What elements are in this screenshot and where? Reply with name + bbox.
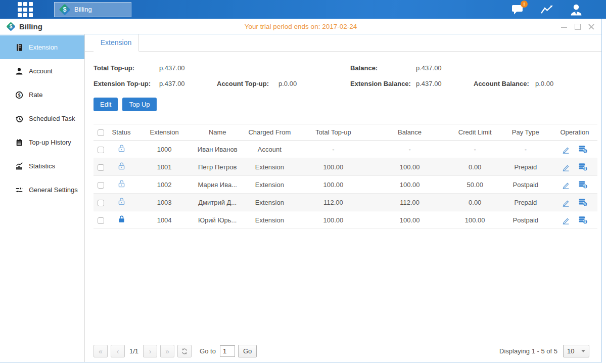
main-panel: Extension Total Top-up: p.437.00 Extensi… (85, 34, 601, 362)
sidebar-item-label: Top-up History (29, 139, 71, 146)
topup-icon[interactable]: $ (578, 180, 588, 189)
billing-diamond-icon: $ (6, 22, 16, 31)
sidebar-item-label: Extension (29, 43, 58, 51)
charged-from-cell: Extension (241, 211, 298, 229)
topup-icon[interactable]: $ (578, 216, 588, 224)
total-topup-label: Total Top-up: (94, 64, 159, 72)
topup-icon[interactable]: $ (578, 198, 588, 207)
edit-icon[interactable] (562, 216, 570, 224)
row-checkbox[interactable] (98, 164, 104, 171)
account-balance-label: Account Balance: (474, 80, 535, 87)
extension-cell: 1003 (135, 194, 194, 211)
name-cell: Мария Ива... (194, 176, 241, 194)
status-lock-icon[interactable] (117, 144, 126, 153)
prev-page-button[interactable]: ‹ (111, 345, 125, 357)
next-page-button[interactable]: › (143, 345, 157, 357)
chart-icon[interactable] (539, 4, 554, 16)
table-row: 1000 Иван Иванов Account - - - - (94, 141, 597, 158)
row-checkbox[interactable] (98, 147, 104, 153)
sidebar-item-general-settings[interactable]: General Settings (0, 178, 84, 202)
page-size-value: 10 (567, 347, 574, 355)
status-lock-icon[interactable] (117, 162, 126, 170)
sidebar-item-account[interactable]: Account (0, 59, 84, 83)
charged-from-cell: Extension (241, 194, 298, 211)
row-checkbox[interactable] (98, 182, 104, 189)
charged-from-cell: Extension (241, 158, 298, 176)
topup-icon[interactable]: $ (578, 145, 588, 154)
tab-extension[interactable]: Extension (94, 34, 139, 52)
col-total-topup: Total Top-up (298, 124, 368, 141)
extension-balance-value: p.437.00 (416, 80, 474, 87)
refresh-button[interactable] (177, 345, 192, 357)
account-balance-value: p.0.00 (535, 80, 553, 87)
col-charged-from: Charged From (241, 124, 298, 141)
sidebar-item-label: Rate (29, 91, 42, 99)
total-topup-cell: 112.00 (298, 194, 368, 211)
col-pay-type: Pay Type (499, 124, 552, 141)
credit-limit-cell: - (451, 141, 499, 158)
trial-message: Your trial period ends on: 2017-02-24 (245, 23, 357, 30)
person-icon (15, 67, 23, 75)
extension-table: Status Extension Name Charged From Total… (94, 124, 597, 229)
sidebar-item-statistics[interactable]: Statistics (0, 154, 84, 178)
close-button[interactable] (588, 24, 594, 30)
goto-page-input[interactable] (220, 345, 235, 357)
topup-button[interactable]: Top Up (122, 98, 156, 111)
edit-icon[interactable] (562, 198, 570, 207)
total-topup-value: p.437.00 (159, 64, 217, 72)
sidebar-item-label: Scheduled Task (29, 115, 75, 122)
balance-cell: 100.00 (369, 176, 451, 194)
sidebar-item-topup-history[interactable]: Top-up History (0, 130, 84, 154)
topup-icon[interactable]: $ (578, 163, 588, 171)
balance-cell: 100.00 (369, 211, 451, 229)
charged-from-cell: Account (241, 141, 298, 158)
select-all-checkbox[interactable] (98, 129, 104, 136)
app-tab-billing[interactable]: $ Billing (54, 2, 131, 17)
extension-cell: 1001 (135, 158, 194, 176)
displaying-text: Displaying 1 - 5 of 5 (499, 347, 557, 355)
table-header-row: Status Extension Name Charged From Total… (94, 124, 597, 141)
last-page-button[interactable]: » (160, 345, 174, 357)
topbar: $ Billing ! (0, 0, 606, 19)
first-page-button[interactable]: « (94, 345, 108, 357)
col-credit-limit: Credit Limit (451, 124, 499, 141)
status-lock-icon[interactable] (117, 215, 126, 223)
sidebar-item-extension[interactable]: Extension (0, 35, 84, 59)
go-button[interactable]: Go (238, 345, 257, 357)
charged-from-cell: Extension (241, 176, 298, 194)
table-row: 1001 Петр Петров Extension 100.00 100.00… (94, 158, 597, 176)
row-checkbox[interactable] (98, 217, 104, 224)
app-grid-icon[interactable] (18, 2, 33, 17)
name-cell: Дмитрий Д... (194, 194, 241, 211)
pay-type-cell: Prepaid (499, 158, 552, 176)
messages-icon[interactable]: ! (510, 4, 524, 16)
sidebar-item-scheduled-task[interactable]: Scheduled Task (0, 107, 84, 130)
sidebar-item-label: Account (29, 67, 53, 75)
sliders-icon (15, 186, 23, 194)
edit-icon[interactable] (562, 145, 570, 154)
row-checkbox[interactable] (98, 200, 104, 206)
extension-cell: 1002 (135, 176, 194, 194)
svg-text:$: $ (584, 167, 586, 171)
minimize-button[interactable] (561, 24, 567, 30)
billing-diamond-icon: $ (59, 4, 70, 15)
status-lock-icon[interactable] (117, 197, 126, 206)
goto-label: Go to (200, 347, 216, 355)
dollar-circle-icon: $ (15, 91, 23, 99)
sidebar-item-label: Statistics (29, 162, 55, 170)
edit-icon[interactable] (562, 180, 570, 189)
user-icon[interactable] (570, 4, 583, 16)
total-topup-cell: 100.00 (298, 158, 368, 176)
caret-down-icon (581, 350, 585, 352)
account-topup-label: Account Top-up: (217, 80, 278, 87)
billing-window: $ Billing Your trial period ends on: 201… (0, 19, 602, 362)
credit-limit-cell: 100.00 (451, 211, 499, 229)
notebook-icon (15, 139, 23, 147)
edit-icon[interactable] (562, 163, 570, 171)
page-size-select[interactable]: 10 (563, 345, 589, 357)
edit-button[interactable]: Edit (94, 98, 118, 111)
maximize-button[interactable] (575, 24, 581, 30)
pay-type-cell: - (499, 141, 552, 158)
status-lock-icon[interactable] (117, 179, 126, 188)
sidebar-item-rate[interactable]: $ Rate (0, 83, 84, 107)
